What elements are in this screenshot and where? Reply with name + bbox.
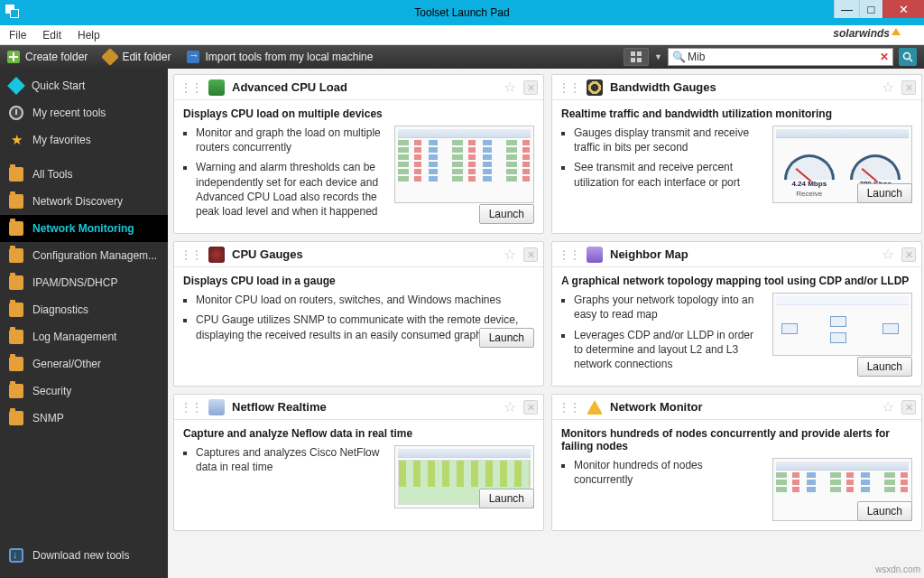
sidebar-item-snmp[interactable]: SNMP [0,405,168,432]
favorite-star-icon[interactable]: ☆ [882,398,894,415]
search-input[interactable] [688,51,876,63]
sidebar-item-diagnostics[interactable]: Diagnostics [0,296,168,323]
card-bullets: Monitor hundreds of nodes concurrently [561,458,763,521]
svg-line-5 [910,59,912,61]
sidebar-item-all-tools[interactable]: All Tools [0,161,168,188]
card-title: Neighbor Map [610,247,688,261]
download-new-tools[interactable]: Download new tools [0,542,168,569]
card-subtitle: Displays CPU load on multiple devices [183,107,534,120]
card-subtitle: Displays CPU load in a gauge [183,275,534,287]
favorite-star-icon[interactable]: ☆ [504,398,516,415]
launch-button[interactable]: Launch [857,183,912,203]
folder-icon [9,275,23,290]
card-advanced-cpu-load: ⋮⋮ Advanced CPU Load ☆ ✕Displays CPU loa… [173,74,544,234]
clear-search-icon[interactable]: ✕ [880,51,889,63]
card-close-icon[interactable]: ✕ [523,80,538,95]
folder-icon [9,411,23,425]
card-bullets: Graphs your network topology into an eas… [561,293,763,377]
card-close-icon[interactable]: ✕ [901,400,916,415]
cpu-gauges-icon [208,247,225,263]
launch-button[interactable]: Launch [857,357,912,377]
favorite-star-icon[interactable]: ☆ [882,246,894,263]
launch-button[interactable]: Launch [857,501,912,521]
network-monitor-icon [587,400,603,415]
card-close-icon[interactable]: ✕ [523,247,538,262]
card-close-icon[interactable]: ✕ [901,80,916,95]
bullet-item: Monitor hundreds of nodes concurrently [574,458,763,487]
folder-icon [9,384,23,398]
card-title: Advanced CPU Load [232,80,347,94]
sidebar-item-label: SNMP [32,412,64,424]
menu-help[interactable]: Help [78,29,100,42]
advanced-cpu-load-icon [208,79,225,96]
sidebar-item-network-monitoring[interactable]: Network Monitoring [0,215,168,242]
close-button[interactable]: ✕ [882,0,924,18]
drag-handle-icon[interactable]: ⋮⋮ [558,80,579,95]
sidebar-item-label: Diagnostics [32,303,88,316]
bullet-item: See transmit and receive percent utiliza… [574,160,763,189]
card-bullets: Monitor and graph the load on multiple r… [183,126,385,224]
card-subtitle: Capture and analyze Neflow data in real … [183,427,534,440]
search-box[interactable]: 🔍 ✕ [668,48,893,66]
window-title: Toolset Launch Pad [414,6,509,19]
sidebar-item-label: IPAM/DNS/DHCP [32,276,117,289]
favorite-star-icon[interactable]: ☆ [504,246,516,263]
drag-handle-icon[interactable]: ⋮⋮ [558,247,579,262]
launch-button[interactable]: Launch [479,328,534,348]
maximize-button[interactable]: □ [859,0,882,18]
bullet-item: Monitor and graph the load on multiple r… [196,126,385,154]
sidebar-item-label: Security [32,385,71,397]
sidebar-item-network-discovery[interactable]: Network Discovery [0,188,168,215]
folder-icon [9,357,23,371]
card-close-icon[interactable]: ✕ [901,247,916,262]
menu-edit[interactable]: Edit [42,29,61,42]
bullet-item: Warning and alarm thresholds can be inde… [196,160,385,219]
create-folder-label: Create folder [25,51,88,63]
sidebar-item-label: Network Discovery [32,195,123,208]
edit-folder-label: Edit folder [122,51,171,63]
view-mode-button[interactable] [624,48,649,66]
create-folder-button[interactable]: Create folder [7,51,88,63]
sidebar-item-my-favorites[interactable]: My favorites [0,126,168,154]
favorite-star-icon[interactable]: ☆ [882,79,894,96]
sidebar-item-my-recent-tools[interactable]: My recent tools [0,99,168,126]
sidebar-item-general-other[interactable]: General/Other [0,350,168,378]
sidebar-item-label: Network Monitoring [32,222,134,235]
bullet-item: Graphs your network topology into an eas… [574,293,763,322]
sidebar-item-ipam-dns-dhcp[interactable]: IPAM/DNS/DHCP [0,269,168,296]
sidebar-item-log-management[interactable]: Log Management [0,323,168,350]
bullet-item: Captures and analyzes Cisco NetFlow data… [196,445,385,474]
drag-handle-icon[interactable]: ⋮⋮ [180,80,201,95]
folder-icon [9,167,23,182]
neighbor-map-icon [587,247,603,263]
sidebar-item-quick-start[interactable]: Quick Start [0,72,168,99]
favorite-star-icon[interactable]: ☆ [504,79,516,96]
card-title: Bandwidth Gauges [610,80,716,94]
minimize-button[interactable]: — [834,0,859,18]
sidebar-item-security[interactable]: Security [0,378,168,405]
card-network-monitor: ⋮⋮ Network Monitor ☆ ✕Monitors hundreds … [551,394,922,531]
folder-icon [9,221,23,236]
card-cpu-gauges: ⋮⋮ CPU Gauges ☆ ✕Displays CPU load in a … [173,241,544,387]
svg-rect-2 [631,58,635,62]
drag-handle-icon[interactable]: ⋮⋮ [180,400,201,415]
import-tools-label: Import tools from my local machine [205,51,373,63]
launch-button[interactable]: Launch [479,204,534,224]
star-icon [9,133,23,147]
menu-file[interactable]: File [9,29,26,42]
content-scroll[interactable]: ⋮⋮ Advanced CPU Load ☆ ✕Displays CPU loa… [168,69,924,578]
sidebar-item-configuration-managem-[interactable]: Configuration Managem... [0,242,168,269]
drag-handle-icon[interactable]: ⋮⋮ [558,400,579,415]
drag-handle-icon[interactable]: ⋮⋮ [180,247,201,262]
search-go-button[interactable] [899,48,917,66]
dropdown-icon[interactable]: ▼ [654,52,662,61]
card-thumbnail [772,293,912,356]
download-new-tools-label: Download new tools [32,549,129,562]
content-area: ⋮⋮ Advanced CPU Load ☆ ✕Displays CPU loa… [168,69,924,578]
folder-icon [9,303,23,317]
import-tools-button[interactable]: Import tools from my local machine [187,51,373,63]
launch-button[interactable]: Launch [479,489,534,508]
bullet-item: Gauges display transmit and receive traf… [574,126,763,154]
edit-folder-button[interactable]: Edit folder [104,51,171,63]
card-close-icon[interactable]: ✕ [523,400,538,415]
